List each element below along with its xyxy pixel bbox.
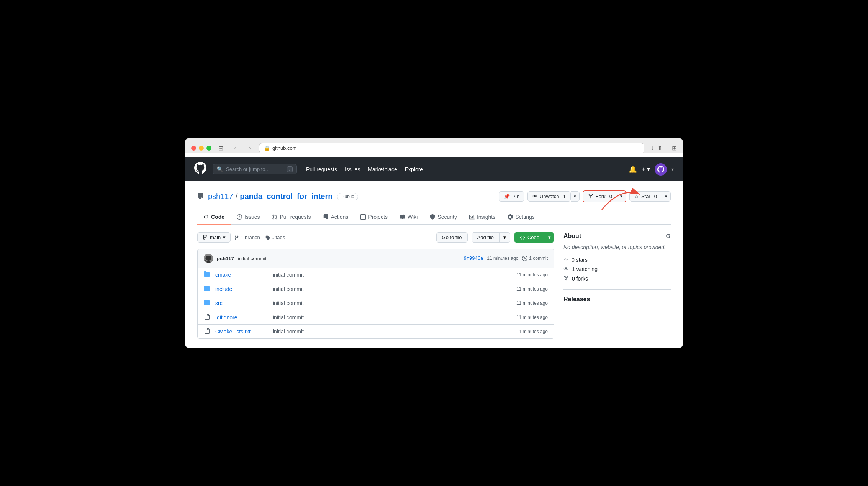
address-bar[interactable]: 🔒 github.com xyxy=(259,143,644,153)
about-description: No description, website, or topics provi… xyxy=(563,243,671,251)
browser-window: ⊟ ‹ › 🔒 github.com ↓ ⬆ + ⊞ 🔍 Search or j… xyxy=(185,138,683,348)
avatar-dropdown[interactable]: ▾ xyxy=(671,167,674,172)
repo-tabs: Code Issues Pull requests Actions xyxy=(197,210,671,225)
tab-pull-requests[interactable]: Pull requests xyxy=(266,210,317,225)
add-file-dropdown[interactable]: ▾ xyxy=(499,233,510,242)
nav-pull-requests[interactable]: Pull requests xyxy=(306,166,337,172)
file-name-src[interactable]: src xyxy=(215,300,269,306)
star-button[interactable]: ☆ Star 0 xyxy=(630,192,662,201)
tab-insights[interactable]: Insights xyxy=(463,210,501,225)
branch-actions: Go to file Add file ▾ xyxy=(436,232,554,243)
commit-meta: 9f9946a 11 minutes ago 1 commit xyxy=(464,256,548,261)
fork-count: 0 xyxy=(609,194,612,199)
nav-explore[interactable]: Explore xyxy=(405,166,423,172)
file-row: include initial commit 11 minutes ago xyxy=(198,282,554,296)
file-name-gitignore[interactable]: .gitignore xyxy=(215,314,269,320)
tab-projects[interactable]: Projects xyxy=(354,210,394,225)
stars-count[interactable]: 0 stars xyxy=(572,257,588,263)
sidebar-divider xyxy=(563,289,671,290)
add-file-button[interactable]: Add file xyxy=(472,233,499,242)
tab-code[interactable]: Code xyxy=(197,210,231,225)
branch-count[interactable]: 1 branch xyxy=(234,235,260,240)
sidebar-icon[interactable]: ⊟ xyxy=(215,143,226,153)
new-tab-icon[interactable]: + xyxy=(665,144,669,151)
branch-bar: main ▾ 1 branch xyxy=(197,232,554,243)
download-icon[interactable]: ↓ xyxy=(651,144,654,151)
forward-button[interactable]: › xyxy=(244,143,255,153)
tab-issues[interactable]: Issues xyxy=(231,210,266,225)
security-tab-icon xyxy=(430,214,435,220)
plus-menu[interactable]: + ▾ xyxy=(642,166,650,173)
minimize-button[interactable] xyxy=(199,146,204,151)
commit-message: initial commit xyxy=(238,256,267,261)
file-name-include[interactable]: include xyxy=(215,286,269,292)
tab-insights-label: Insights xyxy=(477,214,495,220)
wiki-tab-icon xyxy=(400,214,405,220)
repo-icon xyxy=(197,193,203,200)
code-dropdown[interactable]: ▾ xyxy=(545,233,554,242)
tab-actions[interactable]: Actions xyxy=(317,210,354,225)
file-time-include: 11 minutes ago xyxy=(516,286,548,292)
file-commit-gitignore: initial commit xyxy=(273,314,513,320)
browser-chrome: ⊟ ‹ › 🔒 github.com ↓ ⬆ + ⊞ xyxy=(185,138,683,153)
about-title: About xyxy=(563,233,581,240)
lock-icon: 🔒 xyxy=(264,145,270,151)
folder-icon xyxy=(204,271,211,279)
nav-issues[interactable]: Issues xyxy=(345,166,360,172)
star-dropdown[interactable]: ▾ xyxy=(662,192,670,201)
commit-count-link[interactable]: 1 commit xyxy=(522,256,548,261)
browser-titlebar: ⊟ ‹ › 🔒 github.com ↓ ⬆ + ⊞ xyxy=(191,143,677,153)
code-button[interactable]: Code xyxy=(514,233,545,242)
about-stats: ☆ 0 stars 👁 1 watching xyxy=(563,257,671,282)
file-time-cmakelists: 11 minutes ago xyxy=(516,329,548,334)
content-main: main ▾ 1 branch xyxy=(197,232,554,339)
repo-name[interactable]: panda_control_for_intern xyxy=(240,192,332,201)
file-time-gitignore: 11 minutes ago xyxy=(516,315,548,320)
visibility-badge: Public xyxy=(337,193,358,200)
notification-icon[interactable]: 🔔 xyxy=(629,165,637,174)
tab-wiki[interactable]: Wiki xyxy=(394,210,424,225)
fork-button[interactable]: Fork 0 xyxy=(583,191,617,202)
tab-security[interactable]: Security xyxy=(424,210,463,225)
unwatch-dropdown[interactable]: ▾ xyxy=(571,191,580,202)
nav-marketplace[interactable]: Marketplace xyxy=(368,166,397,172)
go-to-file-button[interactable]: Go to file xyxy=(436,232,468,243)
folder-icon xyxy=(204,285,211,293)
grid-icon[interactable]: ⊞ xyxy=(672,144,677,152)
about-section: About ⚙ No description, website, or topi… xyxy=(563,232,671,282)
watching-count[interactable]: 1 watching xyxy=(572,266,598,272)
search-kbd: / xyxy=(287,166,293,172)
code-btn-icon xyxy=(520,235,525,240)
fork-dropdown[interactable]: ▾ xyxy=(617,191,626,202)
commit-header: psh117 initial commit 9f9946a 11 minutes… xyxy=(198,249,554,268)
file-name-cmakelists[interactable]: CMakeLists.txt xyxy=(215,328,269,335)
code-group: Code ▾ xyxy=(514,232,554,243)
search-placeholder: Search or jump to... xyxy=(226,166,269,172)
close-button[interactable] xyxy=(191,146,196,151)
unwatch-button[interactable]: 👁 Unwatch 1 xyxy=(527,191,571,202)
branch-selector[interactable]: main ▾ xyxy=(197,232,231,243)
user-avatar[interactable] xyxy=(655,163,667,176)
file-name-cmake[interactable]: cmake xyxy=(215,272,269,278)
content-sidebar: About ⚙ No description, website, or topi… xyxy=(563,232,671,339)
file-row: cmake initial commit 11 minutes ago xyxy=(198,268,554,282)
file-row: src initial commit 11 minutes ago xyxy=(198,296,554,310)
file-row: CMakeLists.txt initial commit 11 minutes… xyxy=(198,325,554,338)
commit-author[interactable]: psh117 xyxy=(217,256,234,261)
issues-tab-icon xyxy=(237,214,242,220)
watching-stat: 👁 1 watching xyxy=(563,266,671,272)
file-row: .gitignore initial commit 11 minutes ago xyxy=(198,310,554,325)
repo-owner[interactable]: psh117 xyxy=(208,192,233,201)
tag-count[interactable]: 0 tags xyxy=(265,235,285,240)
tab-settings[interactable]: Settings xyxy=(501,210,541,225)
commit-hash[interactable]: 9f9946a xyxy=(464,256,483,261)
about-gear-icon[interactable]: ⚙ xyxy=(665,232,671,240)
maximize-button[interactable] xyxy=(206,146,211,151)
back-button[interactable]: ‹ xyxy=(230,143,241,153)
forks-count[interactable]: 0 forks xyxy=(572,276,588,282)
file-icon xyxy=(204,328,211,335)
share-icon[interactable]: ⬆ xyxy=(657,144,662,152)
pin-button[interactable]: 📌 Pin xyxy=(499,191,524,202)
search-bar[interactable]: 🔍 Search or jump to... / xyxy=(213,164,297,174)
tab-security-label: Security xyxy=(437,214,457,220)
